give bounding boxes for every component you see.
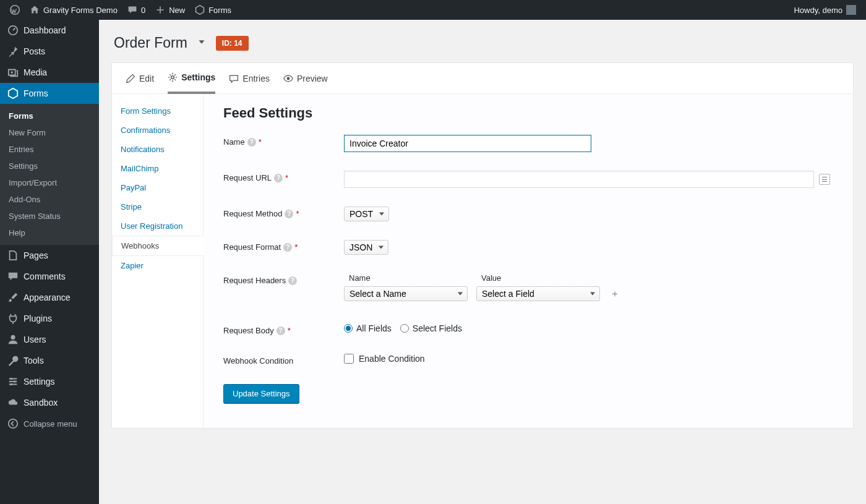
body-select-fields-radio[interactable]: Select Fields <box>400 323 462 333</box>
tab-entries[interactable]: Entries <box>229 63 270 94</box>
tab-preview[interactable]: Preview <box>283 63 328 94</box>
menu-plugins[interactable]: Plugins <box>0 308 99 329</box>
svg-point-7 <box>9 419 17 428</box>
chevron-down-icon <box>196 36 207 48</box>
url-label: Request URL?* <box>223 171 344 182</box>
comment-icon <box>127 5 137 15</box>
submenu-addons[interactable]: Add-Ons <box>0 191 99 208</box>
snav-webhooks[interactable]: Webhooks <box>112 236 204 256</box>
help-icon[interactable]: ? <box>247 138 256 147</box>
submenu-entries[interactable]: Entries <box>0 141 99 158</box>
wp-admin-bar: Gravity Forms Demo 0 New Forms Howdy, de… <box>0 0 866 20</box>
svg-point-3 <box>11 335 15 340</box>
eye-icon <box>283 74 293 83</box>
snav-paypal[interactable]: PayPal <box>112 178 203 197</box>
forms-icon <box>195 5 205 15</box>
collapse-menu[interactable]: Collapse menu <box>0 413 99 434</box>
menu-pages-label: Pages <box>24 250 48 260</box>
snav-zapier[interactable]: Zapier <box>112 256 203 275</box>
menu-comments[interactable]: Comments <box>0 266 99 287</box>
submenu-forms[interactable]: Forms <box>0 108 99 124</box>
dashboard-icon <box>7 25 19 36</box>
snav-notifications[interactable]: Notifications <box>112 140 203 159</box>
name-input[interactable] <box>344 135 591 152</box>
settings-subnav: Form Settings Confirmations Notification… <box>112 94 204 428</box>
gravityforms-icon <box>7 88 19 99</box>
form-id-badge: ID: 14 <box>216 36 249 51</box>
help-icon[interactable]: ? <box>283 243 292 252</box>
enable-condition-checkbox[interactable]: Enable Condition <box>344 354 833 364</box>
request-method-select[interactable]: POST <box>344 207 389 221</box>
content-area: Order Form ID: 14 Edit Settings Entries … <box>99 20 866 504</box>
menu-users-label: Users <box>24 335 46 344</box>
condition-label: Webhook Condition <box>223 354 344 365</box>
merge-tag-button[interactable]: ☰ <box>819 174 830 185</box>
menu-users[interactable]: Users <box>0 329 99 350</box>
home-icon <box>30 5 40 15</box>
tab-edit-label: Edit <box>139 74 154 83</box>
submenu-help[interactable]: Help <box>0 224 99 241</box>
menu-posts-label: Posts <box>24 46 45 56</box>
format-label: Request Format?* <box>223 240 344 252</box>
menu-dashboard-label: Dashboard <box>24 25 66 35</box>
howdy-link[interactable]: Howdy, demo <box>789 0 861 20</box>
collapse-label: Collapse menu <box>24 419 77 429</box>
menu-pages[interactable]: Pages <box>0 245 99 266</box>
menu-sandbox[interactable]: Sandbox <box>0 392 99 413</box>
help-icon[interactable]: ? <box>274 174 283 182</box>
svg-point-6 <box>11 383 13 386</box>
menu-posts[interactable]: Posts <box>0 41 99 62</box>
menu-forms-submenu: Forms New Form Entries Settings Import/E… <box>0 104 99 245</box>
menu-appearance[interactable]: Appearance <box>0 287 99 308</box>
method-label: Request Method?* <box>223 207 344 218</box>
body-all-fields-radio[interactable]: All Fields <box>344 323 392 333</box>
header-value-select[interactable]: Select a Field <box>476 286 600 301</box>
update-settings-button[interactable]: Update Settings <box>223 384 299 403</box>
site-name-link[interactable]: Gravity Forms Demo <box>25 0 122 20</box>
snav-mailchimp[interactable]: MailChimp <box>112 159 203 178</box>
submenu-new-form[interactable]: New Form <box>0 124 99 141</box>
svg-point-5 <box>14 380 16 383</box>
sliders-icon <box>7 376 19 387</box>
add-header-button[interactable]: ＋ <box>609 288 621 300</box>
snav-form-settings[interactable]: Form Settings <box>112 101 203 121</box>
tab-edit[interactable]: Edit <box>126 63 154 94</box>
header-value-col: Value <box>476 273 600 283</box>
tab-preview-label: Preview <box>297 74 328 83</box>
help-icon[interactable]: ? <box>285 210 293 218</box>
snav-confirmations[interactable]: Confirmations <box>112 121 203 140</box>
help-icon[interactable]: ? <box>277 327 285 335</box>
menu-settings[interactable]: Settings <box>0 371 99 392</box>
user-icon <box>7 334 19 345</box>
submenu-import-export[interactable]: Import/Export <box>0 174 99 191</box>
request-url-input[interactable] <box>344 171 814 188</box>
menu-forms[interactable]: Forms <box>0 83 99 104</box>
plug-icon <box>7 313 19 324</box>
plus-icon <box>155 5 165 15</box>
snav-user-registration[interactable]: User Registration <box>112 216 203 236</box>
submenu-settings[interactable]: Settings <box>0 158 99 174</box>
new-content-link[interactable]: New <box>150 0 190 20</box>
body-label: Request Body?* <box>223 323 344 335</box>
request-format-select[interactable]: JSON <box>344 240 388 255</box>
tab-settings[interactable]: Settings <box>168 63 215 94</box>
media-icon <box>7 67 19 78</box>
header-name-select[interactable]: Select a Name <box>344 286 468 301</box>
forms-adminbar-label: Forms <box>208 6 231 15</box>
new-label: New <box>169 6 185 15</box>
feed-settings-form: Feed Settings Name?* Request URL?* ☰ R <box>204 94 853 428</box>
menu-dashboard[interactable]: Dashboard <box>0 20 99 41</box>
avatar <box>846 5 856 15</box>
svg-point-4 <box>11 378 13 380</box>
forms-adminbar-link[interactable]: Forms <box>190 0 236 20</box>
form-switcher[interactable] <box>196 36 207 49</box>
wp-logo[interactable] <box>5 0 25 20</box>
submenu-system-status[interactable]: System Status <box>0 208 99 224</box>
help-icon[interactable]: ? <box>288 276 297 285</box>
pages-icon <box>7 250 19 261</box>
entries-icon <box>229 74 239 83</box>
comments-link[interactable]: 0 <box>122 0 150 20</box>
menu-media[interactable]: Media <box>0 62 99 83</box>
menu-tools[interactable]: Tools <box>0 350 99 371</box>
snav-stripe[interactable]: Stripe <box>112 197 203 216</box>
